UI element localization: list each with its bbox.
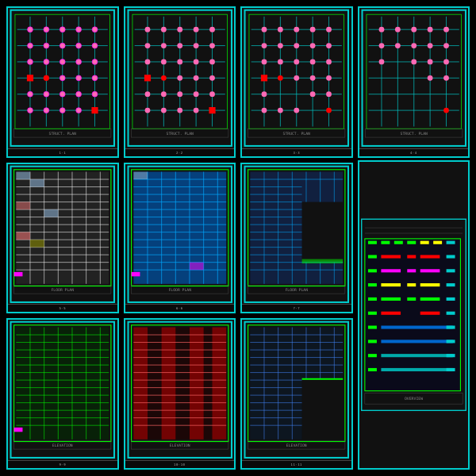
svg-point-73 bbox=[193, 60, 198, 65]
svg-rect-385 bbox=[407, 241, 416, 244]
svg-point-124 bbox=[294, 75, 299, 81]
svg-rect-413 bbox=[368, 326, 377, 329]
svg-rect-389 bbox=[368, 255, 377, 259]
svg-rect-403 bbox=[447, 283, 455, 286]
svg-rect-382 bbox=[368, 241, 377, 244]
svg-rect-253 bbox=[302, 259, 344, 263]
svg-point-39 bbox=[60, 108, 65, 113]
svg-rect-134 bbox=[261, 75, 267, 81]
drawing-r1c4: STRUCT. PLAN 4-4 bbox=[358, 6, 470, 158]
svg-rect-410 bbox=[381, 312, 401, 315]
svg-rect-91 bbox=[209, 107, 215, 113]
svg-point-86 bbox=[160, 108, 166, 113]
svg-point-17 bbox=[28, 43, 33, 48]
svg-point-66 bbox=[160, 43, 166, 48]
svg-rect-404 bbox=[368, 298, 377, 301]
svg-rect-412 bbox=[447, 312, 455, 315]
svg-point-125 bbox=[310, 75, 316, 81]
svg-rect-396 bbox=[407, 270, 416, 273]
svg-point-158 bbox=[427, 43, 432, 48]
svg-point-112 bbox=[262, 43, 267, 48]
svg-rect-419 bbox=[368, 355, 377, 358]
svg-point-127 bbox=[262, 91, 267, 97]
svg-point-40 bbox=[76, 108, 82, 113]
svg-rect-400 bbox=[381, 283, 401, 286]
drawing-r1c2: STRUCT. PLAN 2-2 bbox=[124, 6, 236, 158]
svg-rect-395 bbox=[381, 270, 401, 273]
svg-point-16 bbox=[92, 27, 98, 33]
svg-point-118 bbox=[278, 60, 283, 65]
svg-rect-399 bbox=[368, 283, 377, 286]
svg-point-123 bbox=[278, 75, 283, 81]
svg-rect-421 bbox=[447, 355, 455, 358]
label-r1c4: 4-4 bbox=[359, 148, 469, 156]
svg-point-109 bbox=[294, 27, 299, 33]
svg-rect-191 bbox=[16, 171, 30, 179]
svg-point-61 bbox=[160, 27, 166, 33]
svg-point-72 bbox=[177, 60, 182, 65]
drawing-r3c3: ELEVATION 11-11 bbox=[240, 318, 353, 470]
svg-rect-386 bbox=[420, 241, 429, 244]
svg-point-36 bbox=[92, 91, 98, 97]
svg-rect-194 bbox=[44, 209, 59, 217]
label-r3c2: 10-10 bbox=[125, 460, 235, 468]
svg-point-80 bbox=[144, 91, 150, 97]
svg-point-164 bbox=[427, 75, 432, 81]
svg-rect-43 bbox=[91, 107, 98, 113]
svg-rect-393 bbox=[447, 255, 455, 259]
svg-rect-423 bbox=[381, 368, 452, 371]
svg-point-15 bbox=[76, 27, 82, 33]
svg-point-107 bbox=[262, 27, 267, 33]
svg-point-84 bbox=[209, 91, 215, 97]
svg-rect-384 bbox=[394, 241, 403, 244]
svg-point-150 bbox=[378, 27, 384, 33]
svg-point-115 bbox=[310, 43, 316, 48]
svg-point-154 bbox=[443, 27, 449, 33]
svg-point-81 bbox=[160, 91, 166, 97]
label-r1c2: 2-2 bbox=[125, 148, 235, 156]
svg-point-117 bbox=[262, 60, 267, 65]
svg-point-111 bbox=[326, 27, 332, 33]
svg-point-114 bbox=[294, 43, 299, 48]
svg-point-129 bbox=[326, 91, 332, 97]
svg-rect-387 bbox=[433, 241, 442, 244]
svg-point-29 bbox=[60, 75, 65, 81]
svg-rect-418 bbox=[447, 340, 455, 344]
svg-rect-42 bbox=[27, 75, 33, 81]
svg-rect-224 bbox=[131, 272, 140, 276]
svg-point-20 bbox=[76, 43, 82, 48]
svg-rect-422 bbox=[368, 368, 377, 371]
svg-text:ELEVATION: ELEVATION bbox=[52, 443, 73, 447]
label-r3c1: 9-9 bbox=[8, 460, 117, 468]
svg-rect-401 bbox=[407, 283, 416, 286]
svg-text:FLOOR PLAN: FLOOR PLAN bbox=[51, 287, 74, 291]
svg-rect-415 bbox=[447, 326, 455, 329]
svg-point-69 bbox=[209, 43, 215, 48]
svg-rect-409 bbox=[368, 312, 377, 315]
svg-point-12 bbox=[28, 27, 33, 33]
svg-point-25 bbox=[76, 60, 82, 65]
drawing-r3c1: ELEVATION 9-9 bbox=[6, 318, 119, 470]
svg-point-152 bbox=[411, 27, 416, 33]
svg-rect-222 bbox=[133, 171, 148, 179]
svg-point-18 bbox=[44, 43, 49, 48]
svg-point-28 bbox=[44, 75, 49, 81]
svg-rect-308 bbox=[133, 328, 148, 440]
svg-point-64 bbox=[209, 27, 215, 33]
svg-text:ELEVATION: ELEVATION bbox=[286, 443, 307, 447]
svg-rect-402 bbox=[420, 283, 440, 286]
svg-rect-193 bbox=[16, 202, 30, 209]
label-r2c2: 6-6 bbox=[125, 304, 235, 312]
svg-point-130 bbox=[262, 108, 267, 113]
svg-rect-90 bbox=[144, 75, 150, 81]
svg-point-14 bbox=[60, 27, 65, 33]
svg-point-34 bbox=[60, 91, 65, 97]
svg-rect-302 bbox=[14, 428, 23, 432]
svg-point-82 bbox=[177, 91, 182, 97]
svg-point-165 bbox=[443, 75, 449, 81]
svg-point-159 bbox=[443, 43, 449, 48]
svg-rect-424 bbox=[447, 368, 455, 371]
svg-rect-195 bbox=[16, 232, 30, 240]
svg-point-83 bbox=[193, 91, 198, 97]
svg-point-85 bbox=[144, 108, 150, 113]
